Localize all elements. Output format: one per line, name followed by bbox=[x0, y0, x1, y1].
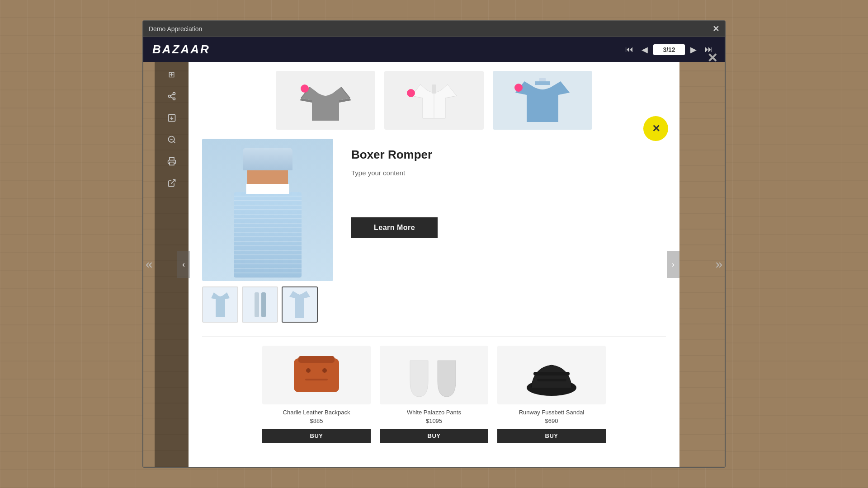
top-product-white-shirt[interactable] bbox=[384, 71, 484, 130]
sandal-name: Runway Fussbett Sandal bbox=[497, 409, 606, 416]
svg-rect-19 bbox=[298, 356, 335, 363]
nav-next-button[interactable]: ▶ bbox=[688, 43, 699, 56]
product-dot-gray-tee bbox=[301, 84, 309, 93]
svg-line-4 bbox=[170, 94, 173, 95]
print-icon[interactable] bbox=[164, 153, 180, 169]
cursor-x-icon: ✕ bbox=[652, 123, 660, 135]
sandal-price: $690 bbox=[497, 418, 606, 424]
bottom-product-sandal: Runway Fussbett Sandal $690 BUY bbox=[497, 346, 606, 443]
svg-point-0 bbox=[173, 93, 175, 95]
svg-point-21 bbox=[322, 368, 327, 373]
svg-point-20 bbox=[306, 368, 311, 373]
backpack-price: $885 bbox=[262, 418, 371, 424]
svg-point-2 bbox=[173, 98, 175, 100]
palazzo-name: White Palazzo Pants bbox=[380, 409, 488, 416]
main-product-image bbox=[202, 139, 333, 281]
bottom-products-row: Charlie Leather Backpack $885 BUY bbox=[202, 336, 666, 443]
right-sidebar: » bbox=[679, 62, 725, 467]
download-icon[interactable] bbox=[164, 110, 180, 126]
backpack-image bbox=[262, 346, 371, 404]
sandal-image bbox=[497, 346, 606, 404]
svg-rect-12 bbox=[432, 84, 436, 94]
backpack-buy-button[interactable]: BUY bbox=[262, 429, 371, 443]
left-panel-prev-icon[interactable]: « bbox=[143, 255, 155, 274]
nav-controls: ⏮ ◀ 3/12 ▶ ⏭ bbox=[623, 43, 716, 56]
svg-line-3 bbox=[170, 97, 173, 98]
share-icon[interactable] bbox=[164, 88, 180, 104]
bottom-product-backpack: Charlie Leather Backpack $885 BUY bbox=[262, 346, 371, 443]
svg-rect-24 bbox=[533, 372, 570, 375]
nav-first-button[interactable]: ⏮ bbox=[623, 43, 636, 56]
thumbnail-1[interactable] bbox=[202, 286, 238, 323]
product-image-area bbox=[202, 139, 333, 323]
top-products-row bbox=[202, 71, 666, 130]
slide-next-button[interactable]: › bbox=[667, 251, 679, 278]
nav-prev-button[interactable]: ◀ bbox=[639, 43, 651, 56]
svg-rect-17 bbox=[261, 292, 266, 317]
thumbnail-2[interactable] bbox=[242, 286, 278, 323]
product-title: Boxer Romper bbox=[351, 148, 666, 162]
svg-rect-18 bbox=[294, 358, 339, 392]
product-dot-blue-shirt bbox=[514, 84, 523, 92]
thumbnail-row bbox=[202, 286, 333, 323]
navigation-bar: BAZAAR ⏮ ◀ 3/12 ▶ ⏭ ✕ bbox=[143, 37, 725, 62]
svg-rect-10 bbox=[170, 162, 174, 165]
learn-more-button[interactable]: Learn More bbox=[351, 217, 438, 238]
yellow-cursor-indicator: ✕ bbox=[643, 116, 668, 141]
title-bar-close-button[interactable]: ✕ bbox=[712, 24, 719, 34]
logo: BAZAAR bbox=[152, 42, 210, 56]
palazzo-price: $1095 bbox=[380, 418, 488, 424]
svg-point-1 bbox=[168, 95, 170, 98]
palazzo-buy-button[interactable]: BUY bbox=[380, 429, 488, 443]
main-content: « ⊞ bbox=[143, 62, 725, 467]
svg-line-8 bbox=[173, 141, 175, 143]
svg-rect-22 bbox=[305, 379, 328, 380]
thumbnail-3[interactable] bbox=[282, 286, 318, 323]
zoom-icon[interactable] bbox=[164, 131, 180, 148]
product-content: Type your content bbox=[351, 169, 666, 177]
svg-rect-15 bbox=[535, 81, 550, 85]
svg-rect-25 bbox=[537, 379, 566, 381]
svg-rect-16 bbox=[255, 292, 259, 317]
page-indicator: 3/12 bbox=[653, 44, 685, 55]
top-product-blue-shirt[interactable] bbox=[493, 71, 592, 130]
product-details: Boxer Romper Type your content Learn Mor… bbox=[351, 139, 666, 323]
right-panel-next-icon[interactable]: » bbox=[713, 255, 725, 274]
window-title: Demo Appreciation bbox=[149, 25, 202, 33]
export-icon[interactable] bbox=[164, 175, 180, 191]
title-bar: Demo Appreciation ✕ bbox=[143, 21, 725, 37]
svg-line-11 bbox=[171, 180, 175, 184]
palazzo-image bbox=[380, 346, 488, 404]
content-panel: Boxer Romper Type your content Learn Mor… bbox=[189, 62, 679, 467]
bottom-product-palazzo: White Palazzo Pants $1095 BUY bbox=[380, 346, 488, 443]
product-dot-white-shirt bbox=[407, 89, 415, 97]
main-product-section: Boxer Romper Type your content Learn Mor… bbox=[202, 139, 666, 323]
grid-icon[interactable]: ⊞ bbox=[164, 66, 180, 83]
backpack-name: Charlie Leather Backpack bbox=[262, 409, 371, 416]
sandal-buy-button[interactable]: BUY bbox=[497, 429, 606, 443]
slide-prev-button[interactable]: ‹ bbox=[177, 251, 190, 278]
top-product-gray-tee[interactable] bbox=[276, 71, 375, 130]
